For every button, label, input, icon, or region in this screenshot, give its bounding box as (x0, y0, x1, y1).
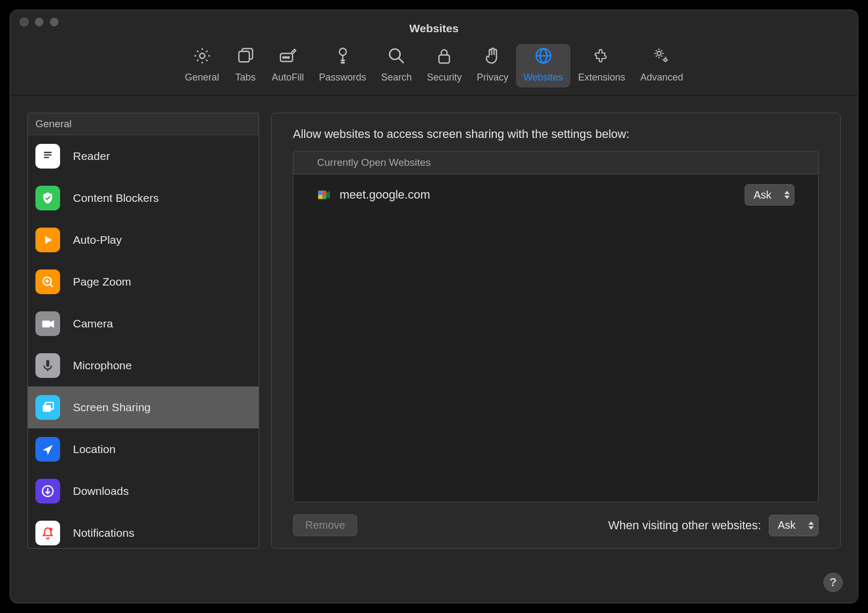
hand-icon (483, 46, 502, 68)
sidebar-item-page-zoom[interactable]: Page Zoom (28, 261, 259, 303)
dropdown-value: Ask (754, 189, 771, 201)
tab-extensions[interactable]: Extensions (570, 44, 632, 87)
websites-table-header: Currently Open Websites (293, 151, 818, 174)
remove-button[interactable]: Remove (293, 514, 357, 536)
svg-point-6 (339, 48, 346, 55)
gear-icon (193, 46, 212, 68)
chevron-up-down-icon (784, 191, 790, 199)
sidebar-item-label: Microphone (73, 359, 132, 372)
tab-search[interactable]: Search (374, 44, 420, 87)
sidebar-list: Reader Content Blockers Auto-Play (28, 135, 259, 549)
tab-general[interactable]: General (177, 44, 226, 87)
svg-point-7 (389, 49, 400, 60)
detail-panel: Allow websites to access screen sharing … (271, 113, 841, 549)
tab-websites[interactable]: Websites (516, 44, 571, 87)
sidebar-item-microphone[interactable]: Microphone (28, 345, 259, 386)
sidebar-item-label: Camera (73, 317, 113, 330)
sidebar-item-label: Reader (73, 150, 110, 163)
zoom-in-icon (35, 269, 60, 294)
svg-point-18 (49, 528, 53, 531)
svg-point-0 (200, 53, 205, 59)
sidebar-item-screen-sharing[interactable]: Screen Sharing (28, 386, 259, 428)
svg-rect-14 (46, 360, 49, 367)
tab-passwords[interactable]: Passwords (312, 44, 374, 87)
sidebar-item-location[interactable]: Location (28, 428, 259, 470)
svg-rect-15 (43, 405, 51, 412)
shield-check-icon (35, 186, 60, 210)
sidebar-item-label: Auto-Play (73, 233, 122, 246)
svg-point-5 (288, 57, 289, 59)
other-websites-label: When visiting other websites: (608, 519, 761, 532)
svg-rect-22 (318, 195, 322, 199)
chevron-up-down-icon (808, 521, 814, 530)
svg-rect-13 (42, 320, 50, 327)
window-title: Websites (10, 22, 858, 35)
preferences-window: Websites General Tabs AutoFill Pass (10, 10, 858, 603)
reader-icon (35, 144, 60, 169)
download-icon (35, 479, 60, 503)
panel-footer: Remove When visiting other websites: Ask (293, 514, 819, 536)
sidebar-item-label: Screen Sharing (73, 401, 151, 414)
sidebar-item-label: Downloads (73, 485, 129, 498)
lock-icon (435, 46, 454, 68)
titlebar: Websites (10, 10, 858, 33)
key-icon (333, 46, 352, 68)
sidebar-item-camera[interactable]: Camera (28, 303, 259, 345)
sidebar-item-content-blockers[interactable]: Content Blockers (28, 177, 259, 219)
sidebar-item-label: Content Blockers (73, 192, 159, 205)
autofill-pencil-icon (278, 46, 298, 68)
svg-rect-1 (239, 52, 249, 62)
screen-sharing-icon (35, 395, 60, 420)
gears-icon (652, 46, 671, 68)
website-setting-dropdown[interactable]: Ask (745, 184, 795, 206)
location-arrow-icon (35, 437, 60, 462)
websites-table-body: meet.google.com Ask (293, 174, 818, 502)
tab-tabs[interactable]: Tabs (227, 44, 264, 87)
tab-security[interactable]: Security (420, 44, 469, 87)
svg-rect-20 (318, 191, 322, 195)
content-area: General Reader Content Blockers (10, 96, 858, 603)
sidebar-item-label: Page Zoom (73, 275, 131, 288)
sidebar-item-auto-play[interactable]: Auto-Play (28, 219, 259, 261)
sidebar-item-reader[interactable]: Reader (28, 135, 259, 177)
sidebar-section-header: General (28, 113, 259, 135)
svg-rect-21 (322, 191, 327, 195)
globe-icon (534, 46, 553, 68)
puzzle-icon (592, 46, 611, 68)
tab-advanced[interactable]: Advanced (632, 44, 690, 87)
tabs-icon (236, 46, 255, 68)
tab-autofill[interactable]: AutoFill (264, 44, 312, 87)
website-row[interactable]: meet.google.com Ask (293, 174, 818, 215)
sidebar-item-label: Notifications (73, 527, 134, 539)
tab-privacy[interactable]: Privacy (469, 44, 516, 87)
svg-point-3 (283, 57, 284, 59)
dropdown-value: Ask (778, 519, 796, 531)
sidebar-item-downloads[interactable]: Downloads (28, 470, 259, 512)
meet-favicon-icon (317, 188, 331, 202)
other-websites-dropdown[interactable]: Ask (769, 515, 819, 536)
websites-table: Currently Open Websites meet.google.com … (293, 151, 819, 502)
search-icon (387, 46, 406, 68)
website-domain: meet.google.com (340, 188, 745, 202)
camera-icon (35, 311, 60, 336)
panel-heading: Allow websites to access screen sharing … (293, 127, 819, 141)
microphone-icon (35, 353, 60, 378)
play-icon (35, 228, 60, 252)
svg-point-11 (664, 59, 667, 61)
sidebar-item-label: Location (73, 443, 115, 456)
svg-rect-23 (322, 195, 327, 199)
svg-rect-8 (439, 55, 450, 63)
bell-icon (35, 521, 60, 545)
sidebar-item-notifications[interactable]: Notifications (28, 512, 259, 549)
preferences-toolbar: General Tabs AutoFill Passwords Search (10, 33, 858, 96)
help-button[interactable]: ? (823, 573, 843, 592)
question-mark-icon: ? (829, 575, 836, 589)
svg-point-4 (285, 57, 286, 59)
settings-sidebar: General Reader Content Blockers (27, 113, 259, 549)
svg-point-10 (657, 52, 661, 55)
